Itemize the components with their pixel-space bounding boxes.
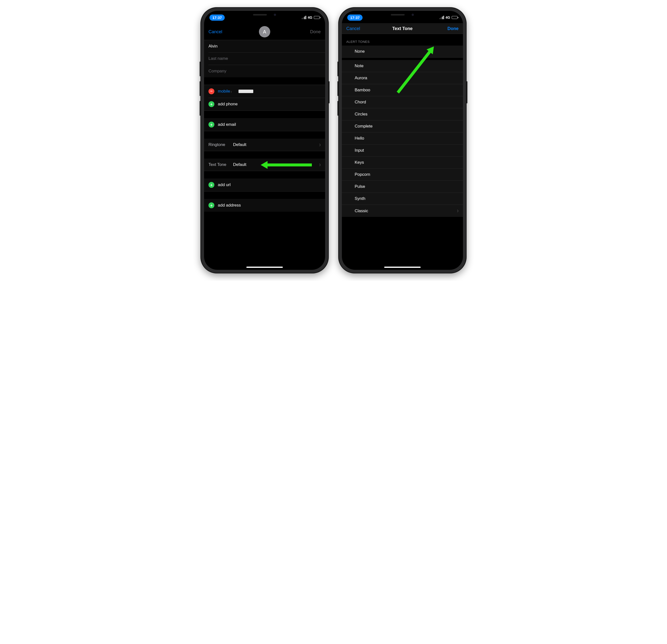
nav-bar: Cancel A Done (204, 23, 325, 40)
add-address-label: add address (218, 203, 241, 208)
cancel-button[interactable]: Cancel (346, 26, 366, 31)
phone-row[interactable]: − mobile › (204, 85, 325, 98)
add-url-row[interactable]: + add url (204, 178, 325, 191)
add-address-row[interactable]: + add address (204, 199, 325, 212)
edit-contact-content: Cancel A Done (204, 23, 325, 270)
tone-label: Complete (355, 124, 373, 129)
page-title: Text Tone (392, 26, 412, 31)
tone-label: Popcorn (355, 172, 370, 177)
home-indicator[interactable] (246, 267, 283, 268)
company-row[interactable] (204, 65, 325, 77)
texttone-value: Default (233, 162, 246, 167)
tone-label: Chord (355, 100, 366, 104)
tone-complete[interactable]: Complete (342, 120, 463, 132)
battery-icon (452, 16, 458, 19)
tone-input[interactable]: Input (342, 144, 463, 156)
add-icon[interactable]: + (209, 203, 214, 208)
first-name-row[interactable] (204, 40, 325, 52)
network-label: 4G (445, 16, 450, 19)
redacted-block (239, 90, 253, 93)
tone-hello[interactable]: Hello (342, 132, 463, 144)
tone-label: Keys (355, 160, 364, 165)
tone-label: Bamboo (355, 87, 370, 93)
tone-label: Circles (355, 112, 368, 117)
add-phone-row[interactable]: + add phone (204, 98, 325, 111)
url-group: + add url (204, 178, 325, 191)
battery-icon (314, 16, 320, 19)
annotation-arrow-texttone (261, 161, 312, 169)
tone-label: Synth (355, 196, 365, 201)
tone-classic[interactable]: Classic› (342, 205, 463, 217)
tone-none[interactable]: None (342, 46, 463, 58)
speaker-grill (391, 14, 405, 16)
tone-label: Input (355, 148, 364, 153)
phone-group: − mobile › + add phone (204, 85, 325, 111)
signal-icon (440, 16, 444, 19)
screen-left: 17:37 4G Cancel A Done (204, 11, 325, 270)
texttone-group: Text Tone Default › (204, 159, 325, 171)
add-icon[interactable]: + (209, 122, 214, 128)
tone-label: Classic (355, 209, 368, 213)
add-url-label: add url (218, 182, 231, 187)
phone-number-redacted (236, 89, 238, 94)
add-email-label: add email (218, 122, 236, 127)
name-group (204, 40, 325, 77)
phone-type-label[interactable]: mobile (218, 89, 230, 94)
signal-icon (302, 16, 306, 19)
tones-list: None (342, 46, 463, 58)
phone-left: 17:37 4G Cancel A Done (200, 7, 329, 273)
notch (239, 11, 290, 19)
texttone-picker-content: Cancel Text Tone Done ALERT TONES None N… (342, 23, 463, 217)
alert-tones-header: ALERT TONES (342, 34, 463, 46)
add-icon[interactable]: + (209, 101, 214, 107)
tone-keys[interactable]: Keys (342, 156, 463, 168)
screen-right: 17:37 4G Cancel Text Tone Done ALERT TON… (342, 11, 463, 270)
status-right: 4G (302, 16, 320, 19)
done-button[interactable]: Done (439, 26, 458, 31)
texttone-label: Text Tone (209, 162, 233, 167)
home-indicator[interactable] (384, 267, 421, 268)
remove-phone-icon[interactable]: − (209, 88, 214, 94)
tone-popcorn[interactable]: Popcorn (342, 168, 463, 180)
speaker-grill (253, 14, 267, 16)
front-camera (411, 14, 414, 16)
cancel-button[interactable]: Cancel (209, 29, 228, 34)
tone-label: Aurora (355, 76, 367, 80)
tone-label: None (355, 49, 365, 54)
ringtone-label: Ringtone (209, 142, 233, 147)
add-phone-label: add phone (218, 102, 238, 107)
chevron-right-icon: › (319, 161, 321, 168)
ringtone-row[interactable]: Ringtone Default › (204, 139, 325, 151)
tone-circles[interactable]: Circles (342, 108, 463, 120)
last-name-input[interactable] (209, 56, 321, 61)
chevron-right-icon: › (457, 207, 458, 214)
nav-bar: Cancel Text Tone Done (342, 23, 463, 34)
status-time-pill: 17:37 (209, 15, 225, 21)
tone-label: Note (355, 64, 363, 68)
status-right: 4G (440, 16, 458, 19)
tone-note[interactable]: Note (342, 60, 463, 72)
front-camera (274, 14, 276, 16)
add-email-row[interactable]: + add email (204, 118, 325, 131)
address-group: + add address (204, 199, 325, 212)
tone-label: Hello (355, 136, 364, 141)
ringtone-value: Default (233, 142, 246, 147)
company-input[interactable] (209, 69, 321, 74)
tone-label: Pulse (355, 184, 365, 189)
first-name-input[interactable] (209, 44, 321, 49)
email-group: + add email (204, 118, 325, 131)
tone-pulse[interactable]: Pulse (342, 180, 463, 193)
chevron-right-icon: › (319, 141, 321, 148)
add-icon[interactable]: + (209, 182, 214, 188)
notch (377, 11, 428, 19)
ringtone-group: Ringtone Default › (204, 139, 325, 151)
last-name-row[interactable] (204, 52, 325, 65)
tone-chord[interactable]: Chord (342, 96, 463, 108)
done-button[interactable]: Done (301, 29, 321, 34)
tone-synth[interactable]: Synth (342, 193, 463, 205)
status-time-pill: 17:37 (347, 15, 362, 21)
chevron-right-icon: › (231, 88, 232, 94)
network-label: 4G (308, 16, 312, 19)
avatar[interactable]: A (259, 26, 270, 37)
phone-right: 17:37 4G Cancel Text Tone Done ALERT TON… (338, 7, 467, 273)
